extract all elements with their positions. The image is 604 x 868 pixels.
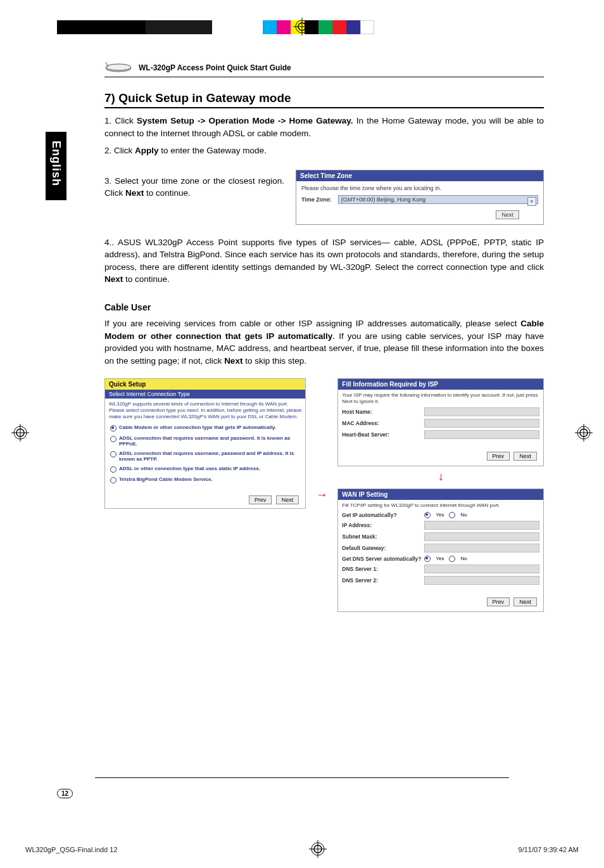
- radio-icon: [110, 425, 116, 431]
- connection-option-1[interactable]: ADSL connection that requires username a…: [105, 433, 305, 449]
- connection-option-4[interactable]: Telstra BigPond Cable Modem Service.: [105, 475, 305, 485]
- wan-panel: WAN IP Setting Fill TCP/IP setting for W…: [337, 488, 544, 612]
- svg-point-13: [106, 64, 131, 70]
- radio-icon: [449, 556, 455, 562]
- quick-setup-subtitle: Select Internet Connection Type: [105, 390, 305, 399]
- hostname-label: Host Name:: [342, 409, 424, 415]
- timezone-panel: Select Time Zone Please choose the time …: [296, 170, 544, 225]
- page-number: 12: [57, 789, 73, 798]
- step-4: 4.. ASUS WL320gP Access Point supports f…: [104, 236, 544, 286]
- radio-icon: [424, 556, 431, 562]
- heartbeat-label: Heart-Beat Server:: [342, 431, 424, 438]
- wan-desc: Fill TCP/IP setting for WL320gP to conne…: [338, 500, 543, 510]
- cable-user-paragraph: If you are receiving services from cable…: [104, 317, 544, 367]
- chevron-down-icon: ▾: [527, 197, 536, 206]
- isp-next-button[interactable]: Next: [513, 452, 537, 461]
- isp-info-desc: Your ISP may require the following infor…: [338, 390, 543, 406]
- gateway-input[interactable]: [424, 544, 539, 552]
- router-icon: [104, 61, 132, 75]
- radio-icon: [449, 512, 455, 518]
- arrow-right-icon: →: [316, 488, 327, 502]
- isp-info-title: Fill Information Required by ISP: [338, 379, 543, 390]
- heartbeat-input[interactable]: [424, 430, 539, 439]
- hostname-input[interactable]: [424, 407, 539, 416]
- quick-setup-desc: WL320gP supports several kinds of connec…: [105, 399, 305, 423]
- ip-input[interactable]: [424, 521, 539, 530]
- footer-rule: [95, 777, 509, 778]
- quick-setup-title: Quick Setup: [105, 379, 305, 390]
- registration-target-top: [293, 18, 311, 38]
- mask-input[interactable]: [424, 532, 539, 541]
- radio-icon: [110, 436, 116, 442]
- get-dns-label: Get DNS Server automatically?: [342, 556, 424, 562]
- mask-label: Subnet Mask:: [342, 533, 424, 540]
- dns1-label: DNS Server 1:: [342, 566, 424, 572]
- timezone-select[interactable]: (GMT+08:00) Beijing, Hong Kong ▾: [338, 195, 538, 204]
- get-dns-radio[interactable]: YesNo: [424, 555, 467, 562]
- arrow-down-icon: ↓: [337, 470, 544, 483]
- quick-setup-next-button[interactable]: Next: [276, 495, 299, 504]
- page-title: 7) Quick Setup in Gateway mode: [104, 91, 544, 108]
- gateway-label: Default Gateway:: [342, 545, 424, 551]
- get-ip-radio[interactable]: YesNo: [424, 511, 467, 518]
- print-footer: WL320gP_QSG-Final.indd 12 9/11/07 9:39:4…: [25, 840, 579, 859]
- mac-label: MAC Address:: [342, 420, 424, 426]
- timezone-label: Time Zone:: [301, 196, 332, 203]
- connection-option-0[interactable]: Cable Modem or other connection type tha…: [105, 423, 305, 433]
- timezone-panel-title: Select Time Zone: [296, 170, 543, 181]
- step-3: 3. Select your time zone or the closest …: [104, 175, 284, 200]
- get-ip-label: Get IP automatically?: [342, 512, 424, 518]
- isp-prev-button[interactable]: Prev: [487, 452, 510, 461]
- dns2-input[interactable]: [424, 576, 539, 585]
- registration-target-left: [11, 424, 29, 444]
- timezone-next-button[interactable]: Next: [496, 210, 519, 219]
- step-2: 2. Click Apply to enter the Gateway mode…: [104, 144, 544, 157]
- quick-setup-panel: Quick Setup Select Internet Connection T…: [104, 378, 306, 509]
- registration-target-bottom: [309, 840, 327, 859]
- radio-icon: [110, 466, 116, 473]
- radio-icon: [110, 451, 116, 457]
- wan-title: WAN IP Setting: [338, 489, 543, 500]
- footer-filename: WL320gP_QSG-Final.indd 12: [25, 846, 118, 853]
- radio-icon: [110, 477, 116, 483]
- connection-option-2[interactable]: ADSL connection that requires username, …: [105, 449, 305, 464]
- wan-prev-button[interactable]: Prev: [487, 597, 510, 606]
- wan-next-button[interactable]: Next: [513, 597, 537, 606]
- radio-icon: [424, 512, 431, 518]
- dns2-label: DNS Server 2:: [342, 577, 424, 584]
- mac-input[interactable]: [424, 419, 539, 428]
- registration-target-right: [575, 424, 593, 444]
- language-tab: English: [46, 132, 66, 200]
- timezone-desc: Please choose the time zone where you ar…: [301, 185, 538, 191]
- footer-timestamp: 9/11/07 9:39:42 AM: [519, 846, 579, 853]
- step-1: 1. Click System Setup -> Operation Mode …: [104, 115, 544, 139]
- ip-label: IP Address:: [342, 522, 424, 528]
- doc-title: WL-320gP Access Point Quick Start Guide: [139, 63, 291, 72]
- connection-option-3[interactable]: ADSL or other connection type that uses …: [105, 464, 305, 475]
- dns1-input[interactable]: [424, 565, 539, 573]
- quick-setup-prev-button[interactable]: Prev: [249, 495, 272, 504]
- isp-info-panel: Fill Information Required by ISP Your IS…: [337, 378, 544, 466]
- doc-header: WL-320gP Access Point Quick Start Guide: [104, 61, 544, 77]
- cable-user-heading: Cable User: [104, 302, 544, 312]
